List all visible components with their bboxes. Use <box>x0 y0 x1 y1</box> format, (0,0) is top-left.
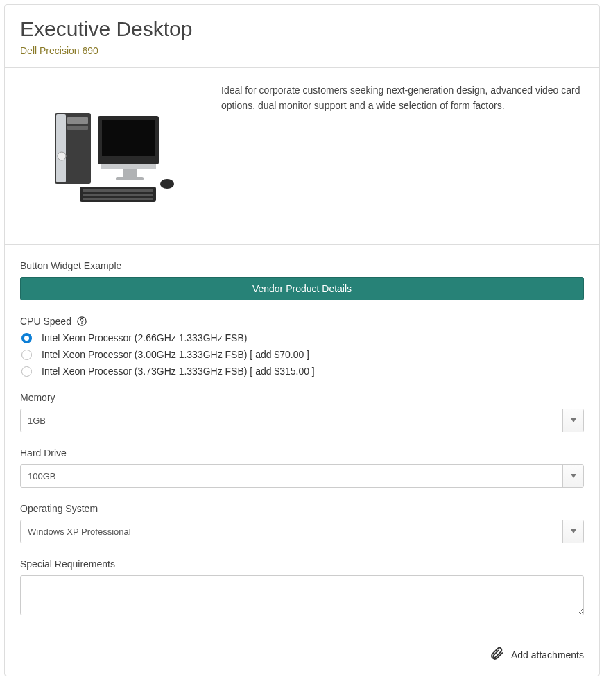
svg-rect-7 <box>101 164 156 169</box>
cpu-option-label: Intel Xeon Processor (3.73GHz 1.333GHz F… <box>42 366 315 377</box>
memory-select[interactable]: 1GB <box>20 409 584 432</box>
svg-rect-13 <box>83 198 153 200</box>
svg-point-4 <box>58 152 66 160</box>
radio-icon <box>21 350 32 360</box>
memory-value: 1GB <box>21 409 562 432</box>
add-attachments-button[interactable]: Add attachments <box>489 646 584 663</box>
chevron-down-icon <box>562 520 583 543</box>
cpu-option-0[interactable]: Intel Xeon Processor (2.66GHz 1.333GHz F… <box>20 332 584 343</box>
special-requirements-input[interactable] <box>20 575 584 615</box>
svg-rect-2 <box>67 117 88 124</box>
cpu-option-2[interactable]: Intel Xeon Processor (3.73GHz 1.333GHz F… <box>20 366 584 377</box>
memory-label: Memory <box>20 392 584 403</box>
svg-rect-6 <box>102 120 155 156</box>
product-description: Ideal for corporate customers seeking ne… <box>221 83 584 229</box>
svg-rect-8 <box>123 169 137 177</box>
svg-rect-11 <box>83 189 153 192</box>
svg-rect-9 <box>116 177 144 180</box>
cpu-option-label: Intel Xeon Processor (2.66GHz 1.333GHz F… <box>42 332 247 343</box>
os-select[interactable]: Windows XP Professional <box>20 520 584 543</box>
special-requirements-label: Special Requirements <box>20 558 584 570</box>
add-attachments-label: Add attachments <box>511 649 584 660</box>
cpu-option-label: Intel Xeon Processor (3.00GHz 1.333GHz F… <box>42 349 309 360</box>
product-image <box>20 83 200 229</box>
panel-body-info: Ideal for corporate customers seeking ne… <box>5 68 599 245</box>
radio-icon <box>21 366 32 377</box>
panel-footer: Add attachments <box>5 633 599 676</box>
product-panel: Executive Desktop Dell Precision 690 <box>4 4 600 676</box>
svg-rect-12 <box>83 194 153 196</box>
svg-point-14 <box>160 179 174 189</box>
os-group: Operating System Windows XP Professional <box>20 503 584 543</box>
help-icon[interactable] <box>77 316 87 326</box>
button-widget-group: Button Widget Example Vendor Product Det… <box>20 260 584 300</box>
form-section: Button Widget Example Vendor Product Det… <box>5 245 599 633</box>
chevron-down-icon <box>562 465 583 487</box>
product-title: Executive Desktop <box>20 17 584 41</box>
chevron-down-icon <box>562 409 583 432</box>
hard-drive-value: 100GB <box>21 465 562 487</box>
special-requirements-group: Special Requirements <box>20 558 584 617</box>
hard-drive-label: Hard Drive <box>20 447 584 459</box>
hard-drive-group: Hard Drive 100GB <box>20 447 584 488</box>
cpu-speed-group: CPU Speed Intel Xeon Processor (2.66GHz … <box>20 316 584 377</box>
svg-point-16 <box>81 323 83 325</box>
hard-drive-select[interactable]: 100GB <box>20 464 584 488</box>
product-subtitle: Dell Precision 690 <box>20 45 584 56</box>
os-value: Windows XP Professional <box>21 520 562 543</box>
paperclip-icon <box>489 646 504 663</box>
cpu-option-1[interactable]: Intel Xeon Processor (3.00GHz 1.333GHz F… <box>20 349 584 360</box>
svg-rect-1 <box>56 114 66 182</box>
radio-icon <box>21 333 32 343</box>
memory-group: Memory 1GB <box>20 392 584 432</box>
panel-header: Executive Desktop Dell Precision 690 <box>5 5 599 68</box>
os-label: Operating System <box>20 503 584 514</box>
vendor-details-button[interactable]: Vendor Product Details <box>20 277 584 300</box>
cpu-speed-label: CPU Speed <box>20 316 584 327</box>
button-widget-label: Button Widget Example <box>20 260 584 271</box>
svg-rect-3 <box>67 126 88 130</box>
